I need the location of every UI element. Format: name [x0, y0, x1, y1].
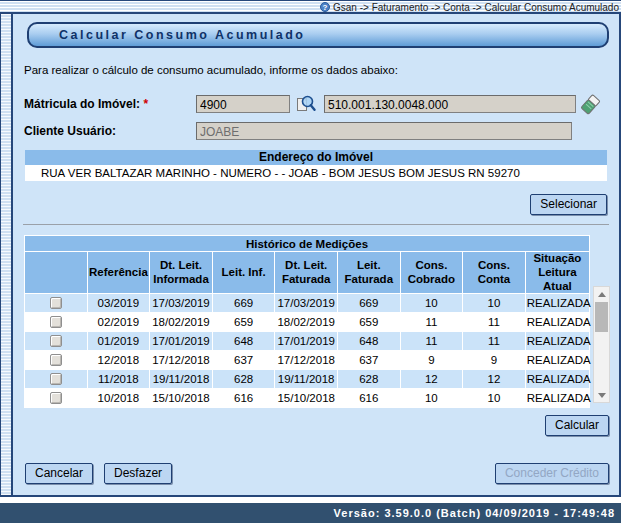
table-scrollbar[interactable]	[593, 286, 610, 403]
selecionar-button[interactable]: Selecionar	[530, 194, 607, 215]
table-cell: 659	[213, 313, 275, 331]
table-cell: 637	[338, 351, 400, 369]
scroll-down-button[interactable]	[594, 388, 609, 402]
table-cell: 12	[463, 370, 525, 388]
column-header: Situação Leitura Atual	[526, 252, 589, 293]
help-icon[interactable]: ?	[320, 2, 330, 12]
table-cell: 648	[338, 332, 400, 350]
table-cell: 17/12/2018	[275, 351, 337, 369]
scroll-up-button[interactable]	[594, 287, 609, 301]
calcular-row: Calcular	[23, 415, 609, 436]
table-cell: 01/2019	[88, 332, 150, 350]
table-cell: 17/03/2019	[150, 294, 212, 312]
search-button[interactable]	[296, 94, 316, 114]
table-cell: 669	[213, 294, 275, 312]
historico-table-area: Histórico de Medições ReferênciaDt. Leit…	[24, 235, 611, 408]
matricula-input[interactable]	[196, 95, 290, 113]
left-buttons: Cancelar Desfazer	[25, 463, 172, 484]
required-marker: *	[143, 97, 148, 111]
column-header: Leit. Inf.	[213, 252, 275, 293]
table-cell: 628	[338, 370, 400, 388]
endereco-section: Endereço do Imóvel RUA VER BALTAZAR MARI…	[25, 150, 607, 181]
row-select-cell	[25, 313, 87, 331]
table-cell: 17/01/2019	[275, 332, 337, 350]
desfazer-button[interactable]: Desfazer	[104, 463, 172, 484]
row-checkbox[interactable]	[50, 392, 62, 404]
cliente-input[interactable]	[196, 122, 572, 140]
table-title: Histórico de Medições	[25, 236, 589, 251]
scroll-down-icon	[598, 393, 606, 398]
table-row: 01/201917/01/201964817/01/20196481111REA…	[25, 332, 589, 350]
table-cell: REALIZADA	[526, 351, 589, 369]
selecionar-row: Selecionar	[23, 194, 607, 215]
table-cell: 637	[213, 351, 275, 369]
table-cell: 10/2018	[88, 389, 150, 407]
column-header-select	[25, 252, 87, 293]
table-cell: 17/01/2019	[150, 332, 212, 350]
table-cell: REALIZADA	[526, 370, 589, 388]
table-cell: 628	[213, 370, 275, 388]
table-row: 10/201815/10/201861615/10/20186161010REA…	[25, 389, 589, 407]
bottom-button-row: Cancelar Desfazer Conceder Crédito	[25, 463, 609, 484]
eraser-icon	[579, 104, 601, 119]
matricula-row: Mátricula do Imóvel: *	[24, 94, 611, 114]
table-cell: 9	[401, 351, 463, 369]
row-checkbox[interactable]	[50, 354, 62, 366]
endereco-header: Endereço do Imóvel	[25, 150, 607, 165]
row-select-cell	[25, 389, 87, 407]
table-row: 12/201817/12/201863717/12/201863799REALI…	[25, 351, 589, 369]
table-cell: 15/10/2018	[150, 389, 212, 407]
table-cell: REALIZADA	[526, 294, 589, 312]
search-icon	[296, 101, 316, 116]
table-cell: 19/11/2018	[275, 370, 337, 388]
scrollbar-thumb[interactable]	[595, 302, 608, 332]
calcular-button[interactable]: Calcular	[545, 415, 609, 436]
table-cell: 19/11/2018	[150, 370, 212, 388]
table-row: 02/201918/02/201965918/02/20196591111REA…	[25, 313, 589, 331]
table-cell: 12/2018	[88, 351, 150, 369]
breadcrumb-path[interactable]: Gsan -> Faturamento -> Conta -> Calcular…	[333, 2, 619, 13]
table-cell: 11	[401, 332, 463, 350]
conceder-credito-button[interactable]: Conceder Crédito	[495, 463, 609, 484]
column-header: Cons. Conta	[463, 252, 525, 293]
table-cell: REALIZADA	[526, 313, 589, 331]
table-cell: 02/2019	[88, 313, 150, 331]
row-checkbox[interactable]	[50, 316, 62, 328]
table-cell: REALIZADA	[526, 332, 589, 350]
table-cell: 18/02/2019	[275, 313, 337, 331]
scrollbar-track[interactable]	[594, 332, 609, 388]
column-header: Dt. Leit. Faturada	[275, 252, 337, 293]
row-select-cell	[25, 351, 87, 369]
row-select-cell	[25, 332, 87, 350]
row-checkbox[interactable]	[50, 373, 62, 385]
column-header: Dt. Leit. Informada	[150, 252, 212, 293]
table-cell: 10	[401, 389, 463, 407]
cliente-label: Cliente Usuário:	[24, 124, 196, 138]
table-cell: 10	[401, 294, 463, 312]
table-cell: 12	[401, 370, 463, 388]
cancelar-button[interactable]: Cancelar	[25, 463, 93, 484]
table-cell: 17/12/2018	[150, 351, 212, 369]
matricula-label: Mátricula do Imóvel: *	[24, 97, 196, 111]
inscricao-field[interactable]	[324, 95, 576, 113]
row-checkbox[interactable]	[50, 335, 62, 347]
row-checkbox[interactable]	[50, 297, 62, 309]
content-panel: Calcular Consumo Acumulado Para realizar…	[13, 14, 621, 495]
row-select-cell	[25, 294, 87, 312]
erase-button[interactable]	[579, 94, 601, 114]
table-cell: 616	[338, 389, 400, 407]
column-header: Leit. Faturada	[338, 252, 400, 293]
cliente-row: Cliente Usuário:	[24, 122, 611, 140]
version-text: Versão: 3.59.0.0 (Batch) 04/09/2019 - 17…	[334, 507, 615, 519]
table-cell: 9	[463, 351, 525, 369]
table-cell: 659	[338, 313, 400, 331]
matricula-label-text: Mátricula do Imóvel:	[24, 97, 140, 111]
separator-line	[23, 224, 609, 225]
page-title: Calcular Consumo Acumulado	[59, 28, 306, 42]
table-cell: REALIZADA	[526, 389, 589, 407]
table-cell: 11	[463, 332, 525, 350]
table-cell: 11	[463, 313, 525, 331]
table-cell: 648	[213, 332, 275, 350]
historico-table: Histórico de Medições ReferênciaDt. Leit…	[24, 235, 590, 408]
table-cell: 18/02/2019	[150, 313, 212, 331]
